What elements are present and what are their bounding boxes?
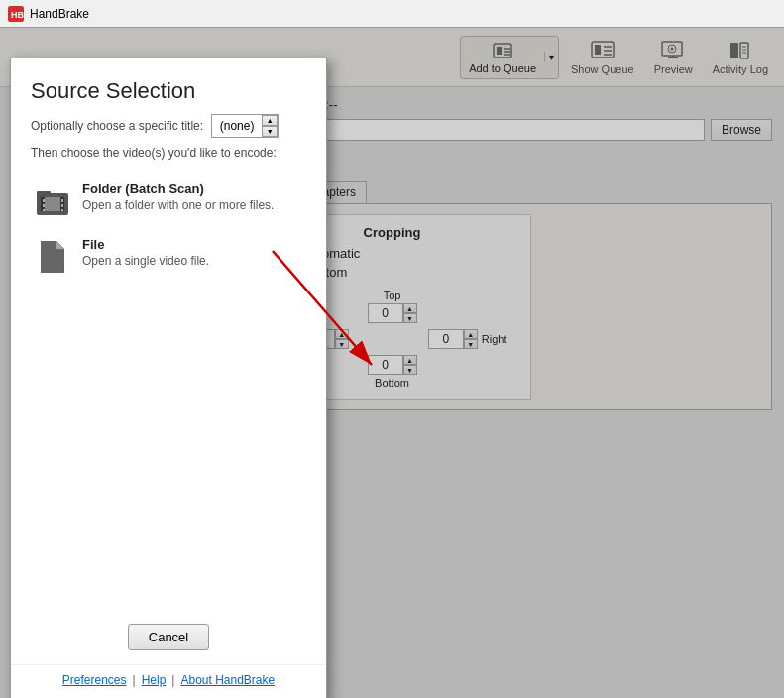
svg-rect-28	[43, 204, 45, 207]
file-option[interactable]: File Open a single video file.	[31, 229, 306, 285]
source-dialog: Source Selection Optionally choose a spe…	[10, 58, 327, 698]
choose-videos-prompt: Then choose the video(s) you'd like to e…	[31, 146, 306, 160]
file-option-title: File	[82, 237, 209, 252]
folder-option[interactable]: Folder (Batch Scan) Open a folder with o…	[31, 174, 306, 229]
title-spinner: ▲ ▼	[211, 114, 279, 138]
file-option-text: File Open a single video file.	[82, 237, 209, 268]
svg-rect-31	[61, 204, 63, 207]
file-icon	[35, 237, 70, 277]
file-option-desc: Open a single video file.	[82, 254, 209, 268]
app-container: Add to Queue ▾ Show Queue	[0, 28, 784, 698]
dialog-title: Source Selection	[11, 58, 326, 114]
title-spin-up[interactable]: ▲	[262, 115, 278, 126]
folder-option-desc: Open a folder with one or more files.	[82, 198, 274, 212]
svg-rect-30	[61, 199, 63, 202]
app-icon: HB	[8, 6, 24, 22]
dialog-body: Optionally choose a specific title: ▲ ▼ …	[11, 114, 326, 614]
about-link[interactable]: About HandBrake	[180, 673, 275, 687]
folder-option-title: Folder (Batch Scan)	[82, 181, 274, 196]
svg-rect-27	[43, 199, 45, 202]
title-bar: HB HandBrake	[0, 0, 784, 28]
svg-rect-23	[37, 191, 51, 195]
separator-2: |	[171, 673, 174, 687]
help-link[interactable]: Help	[142, 673, 167, 687]
title-selection-row: Optionally choose a specific title: ▲ ▼	[31, 114, 306, 138]
svg-text:HB: HB	[11, 10, 24, 20]
title-spin-btns: ▲ ▼	[262, 115, 278, 137]
preferences-link[interactable]: Preferences	[62, 673, 127, 687]
title-spin-down[interactable]: ▼	[262, 126, 278, 137]
svg-rect-32	[61, 209, 63, 211]
svg-rect-29	[43, 209, 45, 211]
cancel-button[interactable]: Cancel	[128, 624, 209, 650]
separator-1: |	[133, 673, 136, 687]
title-prompt: Optionally choose a specific title:	[31, 119, 203, 133]
folder-option-text: Folder (Batch Scan) Open a folder with o…	[82, 181, 274, 212]
dialog-links: Preferences | Help | About HandBrake	[11, 664, 326, 698]
dialog-footer: Cancel	[11, 614, 326, 664]
title-bar-text: HandBrake	[30, 7, 89, 21]
folder-icon	[35, 181, 70, 221]
title-spinner-input[interactable]	[212, 116, 262, 136]
